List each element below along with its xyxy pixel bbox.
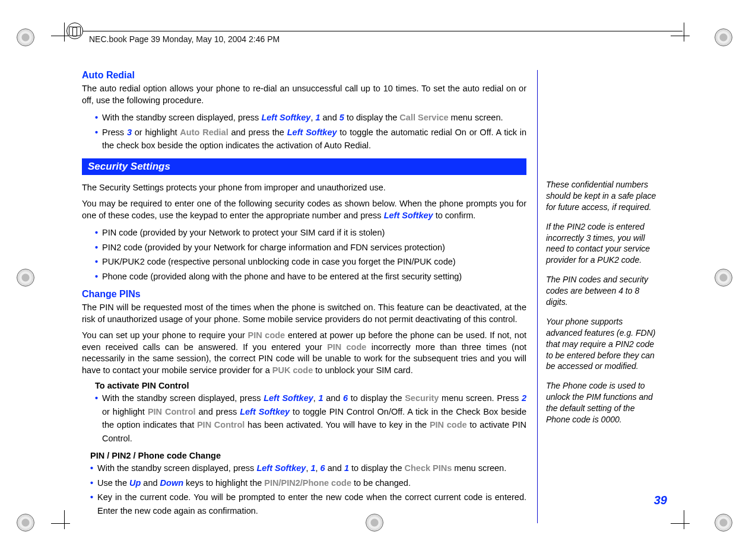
text: With the standby screen displayed, press: [102, 393, 264, 403]
menu-name: PIN Control: [148, 407, 196, 416]
book-icon: [66, 23, 83, 39]
menu-name: Auto Redial: [180, 128, 228, 137]
text: to display the: [344, 113, 400, 122]
list-item: Use the Up and Down keys to highlight th…: [90, 476, 526, 489]
text: and press the: [228, 128, 287, 137]
text: to unblock your SIM card.: [313, 365, 412, 375]
text: menu screen.: [449, 113, 503, 122]
list-item: PIN2 code (provided by your Network for …: [95, 241, 526, 254]
side-note: These confidential numbers should be kep…: [546, 179, 656, 213]
auto-redial-steps: With the standby screen displayed, press…: [95, 111, 526, 152]
list-item: PUK/PUK2 code (respective personal unblo…: [95, 255, 526, 268]
side-note: If the PIN2 code is entered incorrectly …: [546, 221, 656, 266]
softkey-ref: Left Softkey: [264, 393, 313, 403]
text: ,: [316, 463, 320, 473]
code-name: PUK code: [272, 365, 313, 375]
running-head-text: NEC.book Page 39 Monday, May 10, 2004 2:…: [89, 34, 280, 44]
list-item: With the standby screen displayed, press…: [95, 392, 526, 445]
activate-pin-steps: With the standby screen displayed, press…: [95, 392, 526, 445]
side-notes-column: These confidential numbers should be kep…: [538, 70, 656, 434]
softkey-ref: Left Softkey: [384, 211, 433, 220]
security-intro-1: The Security Settings protects your phon…: [82, 182, 526, 194]
menu-name: Call Service: [399, 113, 448, 122]
print-registration-ring: [715, 514, 732, 532]
text: Use the: [97, 478, 129, 488]
menu-name: PIN Control: [197, 420, 245, 429]
subhead-pin-change: PIN / PIN2 / Phone code Change: [90, 451, 526, 460]
key-ref: 6: [343, 393, 348, 403]
text: menu screen. Press: [439, 393, 522, 403]
code-name: PIN code: [430, 420, 467, 429]
text: keys to highlight the: [183, 478, 264, 488]
key-ref: 6: [320, 463, 325, 473]
key-ref: 3: [127, 128, 132, 137]
print-registration-ring: [17, 514, 34, 532]
key-ref: 5: [339, 113, 344, 122]
side-note: The PIN codes and security codes are bet…: [546, 274, 656, 308]
softkey-ref: Left Softkey: [240, 407, 290, 416]
softkey-ref: Left Softkey: [261, 113, 310, 122]
change-pins-p1: The PIN will be requested most of the ti…: [82, 302, 526, 325]
page-number: 39: [654, 494, 667, 507]
menu-name: Security: [405, 393, 439, 403]
print-registration-ring: [17, 269, 34, 287]
text: and: [325, 463, 344, 473]
text: You can set up your phone to require you…: [82, 330, 247, 340]
text: to be changed.: [351, 478, 411, 488]
softkey-ref: Left Softkey: [287, 128, 337, 137]
text: menu screen.: [452, 463, 506, 473]
key-ref: 1: [310, 463, 315, 473]
list-item: Phone code (provided along with the phon…: [95, 270, 526, 283]
print-registration-ring: [17, 28, 34, 46]
list-item: With the standby screen displayed, press…: [90, 462, 526, 475]
side-note: Your phone supports advanced features (e…: [546, 316, 656, 372]
crop-mark: [671, 510, 698, 537]
key-ref: 1: [315, 113, 320, 122]
key-ref: 2: [522, 393, 526, 403]
text: or highlight: [132, 128, 180, 137]
text: and: [323, 393, 344, 403]
section-bar-security: Security Settings: [82, 158, 526, 175]
softkey-ref: Left Softkey: [256, 463, 306, 473]
key-ref: 1: [344, 463, 349, 473]
code-name: PIN code: [247, 330, 285, 340]
list-item: PIN code (provided by your Network to pr…: [95, 226, 526, 239]
change-pins-p2: You can set up your phone to require you…: [82, 330, 526, 376]
text: and: [141, 478, 160, 488]
text: to confirm.: [433, 211, 476, 220]
security-intro-2: You may be required to enter one of the …: [82, 198, 526, 221]
code-name: PIN code: [327, 342, 366, 352]
print-registration-ring: [715, 28, 732, 46]
crop-mark: [51, 510, 78, 537]
list-item: Key in the current code. You will be pro…: [90, 491, 526, 517]
list-item: With the standby screen displayed, press…: [95, 111, 526, 124]
text: With the standby screen displayed, press: [97, 463, 256, 473]
key-ref: Down: [160, 478, 183, 488]
side-note: The Phone code is used to unlock the PIM…: [546, 380, 656, 425]
text: Press: [102, 128, 127, 137]
security-code-list: PIN code (provided by your Network to pr…: [95, 226, 526, 283]
list-item: Press 3 or highlight Auto Redial and pre…: [95, 126, 526, 152]
heading-auto-redial: Auto Redial: [82, 70, 526, 81]
text: has been activated. You will have to key…: [245, 420, 429, 429]
heading-change-pins: Change PINs: [82, 289, 526, 300]
text: or highlight: [102, 407, 148, 416]
key-ref: 1: [318, 393, 323, 403]
key-ref: Up: [129, 478, 141, 488]
print-registration-ring: [715, 269, 732, 287]
main-column: Auto Redial The auto redial option allow…: [82, 70, 538, 523]
auto-redial-intro: The auto redial option allows your phone…: [82, 83, 526, 106]
text: to display the: [348, 393, 405, 403]
text: With the standby screen displayed, press: [102, 113, 261, 122]
text: and press: [196, 407, 240, 416]
pin-change-steps: With the standby screen displayed, press…: [90, 462, 526, 517]
text: and: [320, 113, 339, 122]
code-name: PIN/PIN2/Phone code: [264, 478, 351, 488]
menu-name: Check PINs: [405, 463, 452, 473]
text: to display the: [349, 463, 405, 473]
subhead-activate-pin: To activate PIN Control: [95, 381, 526, 390]
page-content: Auto Redial The auto redial option allow…: [82, 70, 668, 523]
